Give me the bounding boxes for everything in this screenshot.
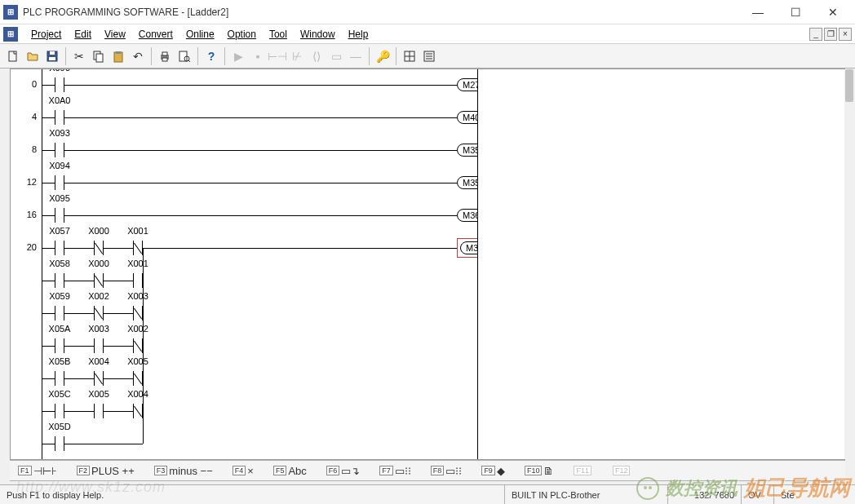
menu-app-icon[interactable]: ⊞ <box>3 27 18 42</box>
save-button[interactable] <box>42 46 62 66</box>
open-button[interactable] <box>23 46 42 66</box>
contact-X094[interactable]: X094 <box>50 172 69 188</box>
contact-label: X05A <box>49 324 71 334</box>
coil-M360[interactable]: M360 <box>457 207 477 223</box>
close-button[interactable]: ✕ <box>814 0 852 24</box>
fnkey-label: F7 <box>379 466 393 475</box>
contact-X096[interactable]: X096 <box>50 74 69 91</box>
status-mode: OV <box>741 485 773 504</box>
contact-X003[interactable]: X003 <box>128 303 148 319</box>
coil-M359[interactable]: M359 <box>457 175 477 191</box>
contact-X000[interactable]: X000 <box>89 270 109 286</box>
contact-X001[interactable]: X001 <box>128 237 148 254</box>
contact-X05B[interactable]: X05B <box>50 368 69 384</box>
preview-button[interactable] <box>175 46 194 66</box>
fnkey-f2[interactable]: F2PLUS ++ <box>72 462 140 480</box>
menu-view[interactable]: View <box>98 24 132 44</box>
coil-button[interactable]: ⟨⟩ <box>307 46 326 66</box>
vertical-scrollbar[interactable] <box>844 69 854 459</box>
contact-X004[interactable]: X004 <box>128 400 148 417</box>
contact-no-button[interactable]: ⊢⊣ <box>268 46 287 66</box>
coil-label: M277 <box>457 78 477 91</box>
fnkey-f7[interactable]: F7▭⁝⁝ <box>374 462 416 480</box>
menu-window[interactable]: Window <box>294 24 342 44</box>
contact-X001[interactable]: X001 <box>128 270 148 286</box>
box-button[interactable]: ▭ <box>326 46 346 66</box>
contact-X0A0[interactable]: X0A0 <box>50 107 69 123</box>
print-button[interactable] <box>155 46 175 66</box>
status-position: 132/ 7680 <box>667 485 741 504</box>
grid-button[interactable] <box>400 46 419 66</box>
coil-M400[interactable]: M400 <box>457 109 477 126</box>
menu-help[interactable]: Help <box>342 24 375 44</box>
paste-button[interactable] <box>109 46 128 66</box>
coil-M352[interactable]: M352 <box>457 240 477 256</box>
key-button[interactable]: 🔑 <box>373 46 392 66</box>
fnkey-f10[interactable]: F10🗎 <box>520 462 560 480</box>
coil-M277[interactable]: M277 <box>457 77 477 93</box>
menu-option[interactable]: Option <box>221 24 263 44</box>
mdi-restore-button[interactable]: ❐ <box>824 28 837 41</box>
contact-label: X001 <box>127 259 148 268</box>
fnkey-f6[interactable]: F6▭↴ <box>321 462 365 480</box>
contact-X002[interactable]: X002 <box>128 335 148 351</box>
contact-X000[interactable]: X000 <box>89 237 109 254</box>
wire <box>64 183 457 183</box>
copy-button[interactable] <box>89 46 109 66</box>
contact-X05A[interactable]: X05A <box>50 335 69 351</box>
run-button[interactable]: ▶ <box>228 46 248 66</box>
function-key-bar: F1⊣⊢⊦F2PLUS ++F3minus −−F4×F5AbcF6▭↴F7▭⁝… <box>10 460 845 481</box>
contact-X059[interactable]: X059 <box>50 303 69 319</box>
new-button[interactable] <box>3 46 23 66</box>
fnkey-f3[interactable]: F3minus −− <box>149 462 218 480</box>
contact-X093[interactable]: X093 <box>50 139 69 156</box>
contact-X057[interactable]: X057 <box>50 237 69 254</box>
contact-label: X005 <box>88 389 109 399</box>
contact-X003[interactable]: X003 <box>89 335 109 351</box>
fnkey-f4[interactable]: F4× <box>228 462 259 480</box>
svg-rect-2 <box>50 51 55 55</box>
minimize-button[interactable]: — <box>739 0 777 24</box>
contact-X002[interactable]: X002 <box>89 303 109 319</box>
menu-edit[interactable]: Edit <box>68 24 98 44</box>
contact-label: X002 <box>88 291 109 301</box>
maximize-button[interactable]: ☐ <box>777 0 814 24</box>
contact-X005[interactable]: X005 <box>89 400 109 417</box>
coil-label: M360 <box>457 209 477 222</box>
fnkey-symbol: ▭⁝⁝ <box>445 465 462 477</box>
help-button[interactable]: ? <box>202 46 221 66</box>
contact-label: X093 <box>49 128 70 138</box>
menu-project[interactable]: Project <box>24 24 68 44</box>
menu-convert[interactable]: Convert <box>132 24 179 44</box>
cut-button[interactable]: ✂ <box>69 46 89 66</box>
ladder-area[interactable]: 0X096M2774X0A0M4008X093M35812X094M35916X… <box>11 69 477 459</box>
wire <box>42 411 55 412</box>
contact-X058[interactable]: X058 <box>50 270 69 286</box>
list-button[interactable] <box>419 46 439 66</box>
contact-label: X05D <box>48 422 71 431</box>
mdi-close-button[interactable]: × <box>839 28 852 41</box>
stop-button[interactable]: ▪ <box>248 46 268 66</box>
fnkey-f5[interactable]: F5Abc <box>268 462 312 480</box>
contact-X095[interactable]: X095 <box>50 205 69 221</box>
fnkey-f8[interactable]: F8▭⁝⁝ <box>426 462 467 480</box>
contact-nc-button[interactable]: ⊬ <box>287 46 307 66</box>
mdi-minimize-button[interactable]: _ <box>809 28 822 41</box>
rung-8: 8X093M358 <box>11 139 477 172</box>
menu-tool[interactable]: Tool <box>263 24 294 44</box>
line-button[interactable]: — <box>346 46 365 66</box>
contact-X05D[interactable]: X05D <box>50 433 69 449</box>
fnkey-f9[interactable]: F9◆ <box>476 462 510 480</box>
contact-X004[interactable]: X004 <box>89 368 109 384</box>
contact-X05C[interactable]: X05C <box>50 400 69 417</box>
rung-16: 16X095M360 <box>11 205 477 237</box>
scrollbar-thumb[interactable] <box>845 69 853 102</box>
fnkey-f1[interactable]: F1⊣⊢⊦ <box>13 462 62 480</box>
coil-M358[interactable]: M358 <box>457 142 477 158</box>
contact-X005[interactable]: X005 <box>128 368 148 384</box>
step-number: 0 <box>24 79 37 89</box>
undo-button[interactable]: ↶ <box>128 46 148 66</box>
status-help: Push F1 to display Help. <box>0 490 504 500</box>
menu-online[interactable]: Online <box>179 24 221 44</box>
wire <box>64 378 94 379</box>
